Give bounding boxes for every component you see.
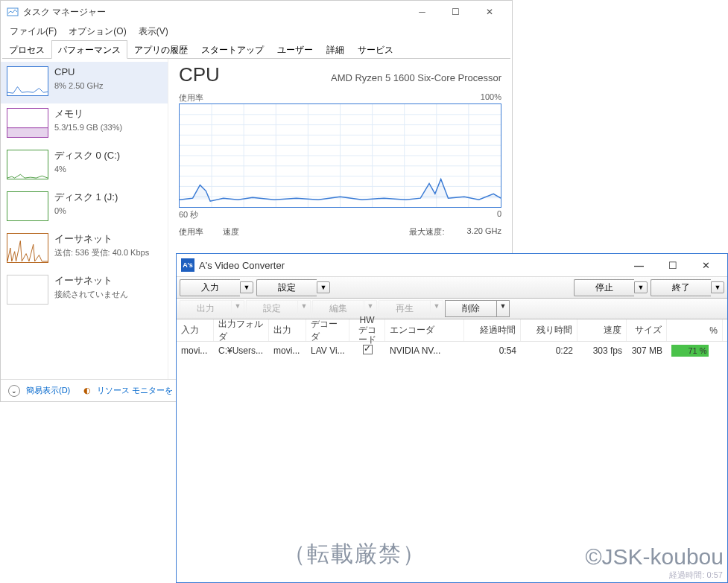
tm-side-eth1-sub: 接続されていません <box>54 289 128 299</box>
vc-exit-dropdown[interactable]: ▼ <box>711 281 724 293</box>
vc-input-button[interactable]: 入力▼ <box>180 279 253 296</box>
tm-sidebar: CPU8% 2.50 GHz メモリ5.3/15.9 GB (33%) ディスク… <box>1 59 168 379</box>
tm-collapse-icon[interactable]: ⌄ <box>8 385 20 397</box>
tm-cpu-name: AMD Ryzen 5 1600 Six-Core Processor <box>331 72 501 83</box>
tm-side-disk1-title: ディスク 1 (J:) <box>54 191 118 204</box>
tm-close-button[interactable]: ✕ <box>472 1 506 23</box>
vc-cell-speed: 303 fps <box>577 344 627 357</box>
vc-col-input[interactable]: 入力 <box>177 319 214 341</box>
tm-chart-60s: 60 秒 <box>179 209 198 220</box>
vc-titlebar[interactable]: A's A's Video Converter — ☐ ✕ <box>177 254 727 276</box>
vc-input-dropdown[interactable]: ▼ <box>240 281 253 293</box>
tm-minimize-button[interactable]: ─ <box>405 1 439 23</box>
tm-maximize-button[interactable]: ☐ <box>439 1 472 23</box>
svg-rect-1 <box>7 128 48 137</box>
vc-job-table: 入力 出力フォルダ 出力 デコーダ HW デコード エンコーダ 経過時間 残り時… <box>177 319 727 360</box>
tm-tab-details[interactable]: 詳細 <box>320 40 351 59</box>
tm-side-eth0[interactable]: イーサネット送信: 536 受信: 40.0 Kbps <box>1 229 168 270</box>
tm-titlebar[interactable]: タスク マネージャー ─ ☐ ✕ <box>1 1 512 23</box>
vc-table-header: 入力 出力フォルダ 出力 デコーダ HW デコード エンコーダ 経過時間 残り時… <box>177 319 727 342</box>
vc-exit-button[interactable]: 終了▼ <box>651 279 724 296</box>
vc-cell-size: 307 MB <box>627 344 667 357</box>
vc-col-size[interactable]: サイズ <box>627 319 667 341</box>
vc-close-button[interactable]: ✕ <box>689 255 723 275</box>
vc-col-percent[interactable]: % <box>667 319 723 341</box>
tm-side-mem-sub: 5.3/15.9 GB (33%) <box>54 122 122 133</box>
tm-side-eth0-title: イーサネット <box>54 233 149 246</box>
vc-cell-decoder: LAV Vi... <box>306 344 349 357</box>
tm-title-text: タスク マネージャー <box>23 6 106 19</box>
vc-settings-button[interactable]: 設定▼ <box>256 279 330 296</box>
tm-menu-file[interactable]: ファイル(F) <box>4 24 63 39</box>
tm-cpu-chart <box>179 103 501 208</box>
vc-output-button: 出力▼ <box>180 300 244 317</box>
tm-side-disk1-sub: 0% <box>54 206 118 216</box>
svg-rect-0 <box>7 8 18 16</box>
tm-menu-view[interactable]: 表示(V) <box>133 24 174 39</box>
tm-menu-options[interactable]: オプション(O) <box>63 24 132 39</box>
tm-side-disk0[interactable]: ディスク 0 (C:)4% <box>1 145 168 187</box>
vc-title-text: A's Video Converter <box>199 260 285 271</box>
tm-tab-startup[interactable]: スタートアップ <box>194 40 270 59</box>
vc-cell-output: movi... <box>269 344 306 357</box>
tm-tab-performance[interactable]: パフォーマンス <box>51 40 127 59</box>
vc-delete-dropdown[interactable]: ▼ <box>496 300 510 317</box>
tm-tab-apphistory[interactable]: アプリの履歴 <box>127 40 194 59</box>
tm-side-eth1[interactable]: イーサネット接続されていません <box>1 270 168 312</box>
tm-resource-monitor-link[interactable]: リソース モニターを <box>97 385 173 396</box>
vc-col-remaining[interactable]: 残り時間 <box>521 319 577 341</box>
tm-stat-speed-lbl: 速度 <box>223 226 239 238</box>
tm-tab-processes[interactable]: プロセス <box>2 40 51 59</box>
vc-cell-encoder: NVIDIA NV... <box>385 344 464 357</box>
vc-settings2-button: 設定▼ <box>246 300 311 317</box>
vc-col-elapsed[interactable]: 経過時間 <box>464 319 521 341</box>
vc-toolbar-sub: 出力▼ 設定▼ 編集▼ 再生▼ 削除▼ <box>177 299 727 319</box>
vc-job-row[interactable]: movi... C:¥Users... movi... LAV Vi... NV… <box>177 342 727 360</box>
tm-side-disk1[interactable]: ディスク 1 (J:)0% <box>1 187 168 229</box>
vc-stop-dropdown[interactable]: ▼ <box>634 281 648 293</box>
tm-tab-users[interactable]: ユーザー <box>270 40 320 59</box>
vc-status-text: 経過時間: 0:57 <box>665 568 727 582</box>
tm-app-icon <box>7 6 19 18</box>
vc-col-outfolder[interactable]: 出力フォルダ <box>214 319 269 341</box>
tm-side-eth0-sub: 送信: 536 受信: 40.0 Kbps <box>54 247 149 258</box>
video-converter-window: A's A's Video Converter — ☐ ✕ 入力▼ 設定▼ 停止… <box>176 253 728 583</box>
tm-stat-usage-lbl: 使用率 <box>179 226 203 238</box>
vc-cell-outfolder: C:¥Users... <box>214 344 269 357</box>
tm-tab-services[interactable]: サービス <box>351 40 400 59</box>
vc-stop-button[interactable]: 停止▼ <box>574 279 648 296</box>
tm-stat-maxspeed-lbl: 最大速度: <box>409 226 444 238</box>
tm-main-heading: CPU <box>179 63 220 86</box>
vc-col-output[interactable]: 出力 <box>269 319 306 341</box>
vc-delete-button[interactable]: 削除▼ <box>445 300 510 317</box>
vc-cell-hw <box>349 343 385 358</box>
vc-cell-elapsed: 0:54 <box>464 344 521 357</box>
vc-maximize-button[interactable]: ☐ <box>656 255 689 275</box>
vc-col-speed[interactable]: 速度 <box>577 319 627 341</box>
vc-play-button: 再生▼ <box>379 300 443 317</box>
vc-hw-checkbox <box>363 345 373 354</box>
vc-toolbar-main: 入力▼ 設定▼ 停止▼ 終了▼ <box>177 276 727 299</box>
vc-col-decoder[interactable]: デコーダ <box>306 319 349 341</box>
tm-menubar: ファイル(F) オプション(O) 表示(V) <box>1 23 512 39</box>
tm-side-disk0-title: ディスク 0 (C:) <box>54 150 120 162</box>
vc-progress-bar: 71 % <box>671 345 723 357</box>
tm-side-disk0-sub: 4% <box>54 164 120 174</box>
vc-col-encoder[interactable]: エンコーダ <box>385 319 464 341</box>
vc-col-hwdecode[interactable]: HW デコード <box>349 319 385 341</box>
vc-minimize-button[interactable]: — <box>622 255 656 275</box>
tm-side-memory[interactable]: メモリ5.3/15.9 GB (33%) <box>1 103 168 145</box>
tm-stat-maxspeed-val: 3.20 GHz <box>467 226 501 238</box>
vc-settings-dropdown[interactable]: ▼ <box>317 281 330 293</box>
tm-chart-0: 0 <box>497 209 501 220</box>
vc-app-icon: A's <box>181 258 194 272</box>
tm-chart-label-100: 100% <box>481 92 501 103</box>
tm-simple-view-link[interactable]: 簡易表示(D) <box>26 385 70 396</box>
tm-side-cpu-title: CPU <box>54 66 103 79</box>
vc-cell-input: movi... <box>177 344 214 357</box>
tm-chart-label-usage: 使用率 <box>179 92 203 103</box>
tm-tab-bar: プロセス パフォーマンス アプリの履歴 スタートアップ ユーザー 詳細 サービス <box>2 39 510 59</box>
tm-side-eth1-title: イーサネット <box>54 275 128 287</box>
vc-cell-remaining: 0:22 <box>521 344 577 357</box>
tm-side-cpu[interactable]: CPU8% 2.50 GHz <box>1 62 168 103</box>
